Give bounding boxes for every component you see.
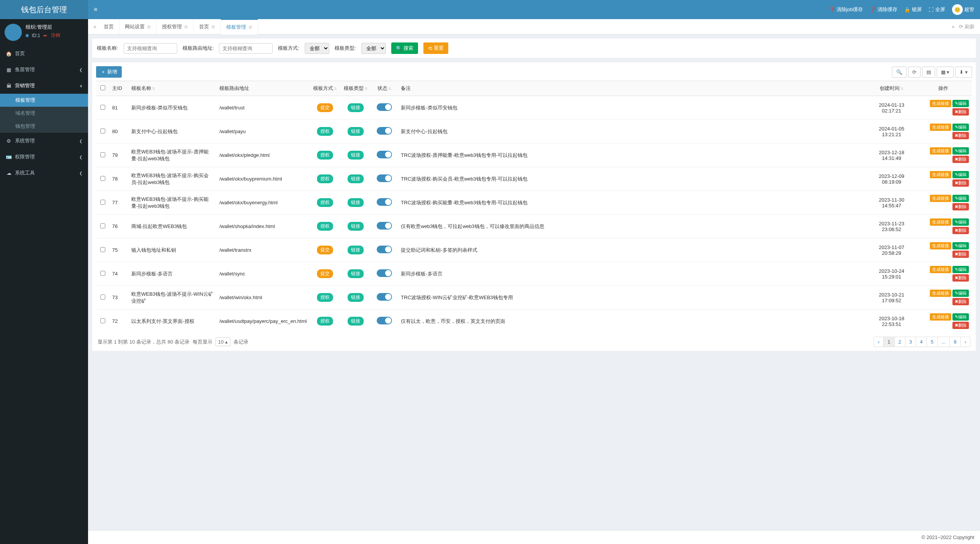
row-checkbox[interactable] — [100, 247, 105, 252]
status-toggle[interactable] — [377, 103, 392, 111]
status-toggle[interactable] — [377, 269, 392, 277]
perpage-select[interactable]: 10▴ — [216, 337, 230, 346]
sidebar-subitem[interactable]: 模板管理 — [0, 94, 88, 107]
gen-link-button[interactable]: 生成链接 — [930, 218, 951, 226]
edit-button[interactable]: ✎编辑 — [952, 266, 969, 273]
close-icon[interactable]: ⊘ — [248, 24, 252, 30]
row-checkbox[interactable] — [100, 152, 105, 157]
page-link[interactable]: › — [960, 337, 970, 347]
refresh-button[interactable]: ⟳ 刷新 — [959, 23, 975, 30]
status-toggle[interactable] — [377, 317, 392, 324]
gen-link-button[interactable]: 生成链接 — [930, 266, 951, 273]
edit-button[interactable]: ✎编辑 — [952, 290, 969, 297]
page-link[interactable]: 1 — [883, 337, 894, 347]
table-refresh-icon[interactable]: ⟳ — [908, 67, 921, 78]
close-icon[interactable]: ⊘ — [184, 24, 188, 29]
tab[interactable]: 首页 — [98, 19, 119, 34]
sidebar-item[interactable]: 🏠首页 — [0, 46, 88, 62]
edit-button[interactable]: ✎编辑 — [952, 147, 969, 155]
edit-button[interactable]: ✎编辑 — [952, 313, 969, 321]
page-link[interactable]: ... — [938, 337, 950, 347]
edit-button[interactable]: ✎编辑 — [952, 171, 969, 178]
gen-link-button[interactable]: 生成链接 — [930, 171, 951, 178]
row-checkbox[interactable] — [100, 176, 105, 181]
filter-type-select[interactable]: 全部 — [361, 43, 386, 54]
gen-link-button[interactable]: 生成链接 — [930, 195, 951, 202]
col-created[interactable]: 创建时间⇅ — [869, 81, 915, 96]
status-toggle[interactable] — [377, 293, 392, 301]
page-link[interactable]: 4 — [916, 337, 927, 347]
add-button[interactable]: ＋新增 — [96, 66, 122, 78]
filter-method-select[interactable]: 全部 — [305, 43, 329, 54]
edit-button[interactable]: ✎编辑 — [952, 195, 969, 202]
filter-route-input[interactable] — [219, 43, 273, 54]
delete-button[interactable]: ✖删除 — [952, 156, 969, 163]
clear-job-cache-button[interactable]: ❓清除job缓存 — [829, 6, 863, 13]
sidebar-subitem[interactable]: 域名管理 — [0, 107, 88, 120]
page-link[interactable]: 5 — [926, 337, 938, 347]
gen-link-button[interactable]: 生成链接 — [930, 100, 951, 107]
fullscreen-button[interactable]: ⛶全屏 — [929, 6, 945, 13]
tab[interactable]: 网站设置⊘ — [119, 19, 157, 34]
status-toggle[interactable] — [377, 246, 392, 253]
page-link[interactable]: 3 — [905, 337, 916, 347]
delete-button[interactable]: ✖删除 — [952, 108, 969, 116]
gen-link-button[interactable]: 生成链接 — [930, 290, 951, 297]
col-id[interactable]: 主ID — [109, 81, 128, 96]
gen-link-button[interactable]: 生成链接 — [930, 147, 951, 155]
gen-link-button[interactable]: 生成链接 — [930, 313, 951, 321]
sidebar-item[interactable]: ☁系统工具❮ — [0, 165, 88, 181]
search-button[interactable]: 🔍搜索 — [391, 42, 418, 54]
lock-button[interactable]: 🔒锁屏 — [904, 6, 922, 13]
row-checkbox[interactable] — [100, 271, 105, 276]
table-toggle-icon[interactable]: ▤ — [922, 67, 935, 78]
filter-name-input[interactable] — [124, 43, 177, 54]
sidebar-subitem[interactable]: 钱包管理 — [0, 120, 88, 133]
row-checkbox[interactable] — [100, 129, 105, 134]
table-search-icon[interactable]: 🔍 — [892, 67, 906, 78]
sidebar-item[interactable]: ▦鱼苗管理❮ — [0, 62, 88, 78]
col-method[interactable]: 模板方式⇅ — [310, 81, 340, 96]
delete-button[interactable]: ✖删除 — [952, 274, 969, 282]
logout-link[interactable]: 注销 — [51, 32, 60, 39]
row-checkbox[interactable] — [100, 105, 105, 110]
clear-cache-button[interactable]: ❓清除缓存 — [870, 6, 897, 13]
gen-link-button[interactable]: 生成链接 — [930, 124, 951, 131]
edit-button[interactable]: ✎编辑 — [952, 242, 969, 249]
status-toggle[interactable] — [377, 198, 392, 206]
delete-button[interactable]: ✖删除 — [952, 251, 969, 258]
select-all-checkbox[interactable] — [100, 85, 105, 90]
delete-button[interactable]: ✖删除 — [952, 132, 969, 139]
close-icon[interactable]: ⊘ — [147, 24, 151, 29]
delete-button[interactable]: ✖删除 — [952, 179, 969, 187]
status-toggle[interactable] — [377, 127, 392, 135]
page-link[interactable]: 8 — [949, 337, 960, 347]
sidebar-item[interactable]: 🪪权限管理❮ — [0, 149, 88, 165]
status-toggle[interactable] — [377, 174, 392, 182]
sidebar-item[interactable]: ⚙系统管理❮ — [0, 133, 88, 149]
row-checkbox[interactable] — [100, 295, 105, 300]
status-toggle[interactable] — [377, 222, 392, 230]
col-status[interactable]: 状态⇅ — [371, 81, 398, 96]
tab[interactable]: 模板管理⊘ — [221, 19, 258, 34]
row-checkbox[interactable] — [100, 223, 105, 228]
page-link[interactable]: ‹ — [874, 337, 884, 347]
row-checkbox[interactable] — [100, 318, 105, 323]
close-icon[interactable]: ⊘ — [211, 24, 215, 29]
status-toggle[interactable] — [377, 151, 392, 158]
col-route[interactable]: 模板路由地址 — [216, 81, 310, 96]
sidebar-item[interactable]: 🏛营销管理∨ — [0, 78, 88, 94]
tabs-next-icon[interactable]: » — [952, 24, 954, 29]
gen-link-button[interactable]: 生成链接 — [930, 242, 951, 249]
user-menu[interactable]: 🙂超管 — [952, 4, 974, 15]
delete-button[interactable]: ✖删除 — [952, 203, 969, 210]
col-type[interactable]: 模板类型⇅ — [340, 81, 371, 96]
reset-button[interactable]: ⟲重置 — [423, 42, 448, 54]
table-export-icon[interactable]: ⬇ ▾ — [955, 67, 972, 78]
tab[interactable]: 授权管理⊘ — [157, 19, 194, 34]
row-checkbox[interactable] — [100, 200, 105, 205]
page-link[interactable]: 2 — [894, 337, 905, 347]
edit-button[interactable]: ✎编辑 — [952, 124, 969, 131]
delete-button[interactable]: ✖删除 — [952, 322, 969, 329]
table-columns-icon[interactable]: ▦ ▾ — [937, 67, 954, 78]
